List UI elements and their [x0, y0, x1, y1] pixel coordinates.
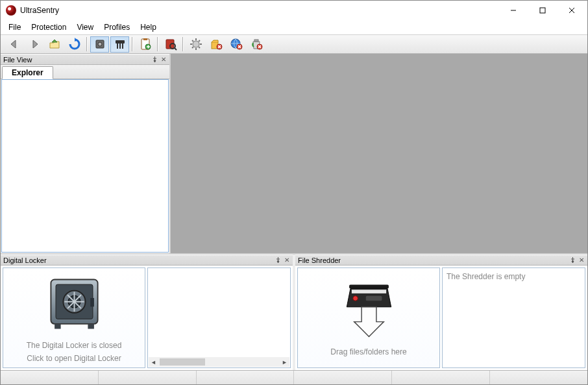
refresh-button[interactable]: [65, 36, 84, 53]
fileview-panel: File View ✕ Explorer: [1, 54, 171, 253]
toolbar: [1, 34, 587, 54]
svg-point-13: [193, 41, 199, 47]
explorer-tree[interactable]: [1, 79, 169, 253]
scroll-thumb[interactable]: [160, 358, 205, 366]
close-button[interactable]: [557, 1, 586, 20]
statusbar: [1, 370, 587, 384]
safe-icon: [43, 273, 105, 337]
file-shredder-title: File Shredder: [298, 256, 568, 264]
settings-button[interactable]: [186, 36, 205, 53]
close-icon[interactable]: ✕: [159, 55, 168, 64]
status-segment: [99, 371, 197, 384]
file-shredder-panel: File Shredder ✕: [295, 255, 587, 370]
svg-line-21: [199, 40, 200, 42]
fileview-title: File View: [3, 56, 150, 64]
status-segment: [197, 371, 295, 384]
svg-rect-43: [88, 323, 94, 329]
svg-point-47: [352, 295, 358, 301]
clean-browser-button[interactable]: [227, 36, 245, 53]
up-button[interactable]: [45, 36, 64, 53]
svg-rect-8: [143, 38, 147, 40]
shredder-empty-message: The Shredder is empty: [447, 272, 581, 281]
close-icon[interactable]: ✕: [577, 256, 586, 265]
close-icon[interactable]: ✕: [282, 256, 291, 265]
tab-explorer[interactable]: Explorer: [2, 66, 53, 79]
minimize-button[interactable]: [498, 1, 528, 20]
svg-line-18: [192, 40, 193, 42]
toolbar-separator: [86, 37, 88, 51]
scroll-left-icon[interactable]: ◄: [149, 357, 158, 367]
fileview-tabstrip: Explorer: [1, 65, 169, 79]
status-segment: [392, 371, 490, 384]
shredder-icon: [338, 280, 400, 343]
svg-rect-42: [55, 323, 61, 329]
pin-icon[interactable]: [273, 256, 282, 265]
app-icon: [6, 5, 16, 16]
titlebar: UltraSentry: [1, 1, 587, 20]
shredder-drop-zone[interactable]: Drag files/folders here: [297, 267, 440, 368]
shredder-view-button[interactable]: [110, 36, 129, 53]
digital-locker-status[interactable]: The Digital Locker is closed Click to op…: [3, 267, 145, 368]
svg-line-12: [175, 48, 177, 50]
svg-rect-48: [365, 295, 382, 301]
scrollbar-horizontal[interactable]: ◄ ►: [149, 357, 289, 367]
window-title: UltraSentry: [20, 6, 498, 15]
menu-help[interactable]: Help: [135, 21, 162, 33]
mdi-area: [171, 54, 587, 253]
menu-profiles[interactable]: Profiles: [99, 21, 135, 33]
locker-view-button[interactable]: [90, 36, 109, 53]
menu-file[interactable]: File: [3, 21, 26, 33]
svg-line-19: [199, 47, 200, 48]
status-segment: [1, 371, 99, 384]
svg-rect-45: [349, 284, 389, 288]
svg-rect-46: [351, 290, 386, 293]
svg-rect-30: [254, 40, 258, 42]
shredder-contents[interactable]: The Shredder is empty: [442, 267, 585, 368]
back-button[interactable]: [5, 36, 23, 53]
menubar: File Protection View Profiles Help: [1, 20, 587, 34]
pin-icon[interactable]: [150, 55, 159, 64]
toolbar-separator: [132, 37, 133, 51]
menu-protection[interactable]: Protection: [26, 21, 71, 33]
pin-icon[interactable]: [568, 256, 577, 265]
shredder-drop-hint: Drag files/folders here: [330, 347, 406, 356]
digital-locker-contents[interactable]: ◄ ►: [147, 267, 291, 368]
clean-recycle-button[interactable]: [247, 36, 265, 53]
status-segment: [490, 371, 587, 384]
svg-rect-6: [116, 40, 125, 43]
locker-status-line1: The Digital Locker is closed: [27, 341, 122, 350]
svg-rect-44: [90, 298, 94, 306]
digital-locker-header: Digital Locker ✕: [1, 255, 293, 266]
menu-view[interactable]: View: [71, 21, 99, 33]
toolbar-separator: [157, 37, 158, 51]
svg-line-20: [192, 47, 193, 48]
clean-registry-button[interactable]: [206, 36, 225, 53]
maximize-button[interactable]: [528, 1, 557, 20]
status-segment: [294, 371, 392, 384]
svg-point-5: [98, 42, 102, 46]
file-shredder-header: File Shredder ✕: [295, 255, 587, 266]
svg-rect-1: [540, 8, 545, 13]
tasks-button[interactable]: [136, 36, 154, 53]
fileview-header: File View ✕: [1, 54, 169, 65]
digital-locker-panel: Digital Locker ✕: [1, 255, 293, 370]
toolbar-separator: [182, 37, 184, 51]
scan-button[interactable]: [161, 36, 180, 53]
forward-button[interactable]: [25, 36, 43, 53]
digital-locker-title: Digital Locker: [3, 256, 273, 264]
scroll-right-icon[interactable]: ►: [280, 357, 289, 367]
locker-status-line2: Click to open Digital Locker: [27, 354, 121, 363]
